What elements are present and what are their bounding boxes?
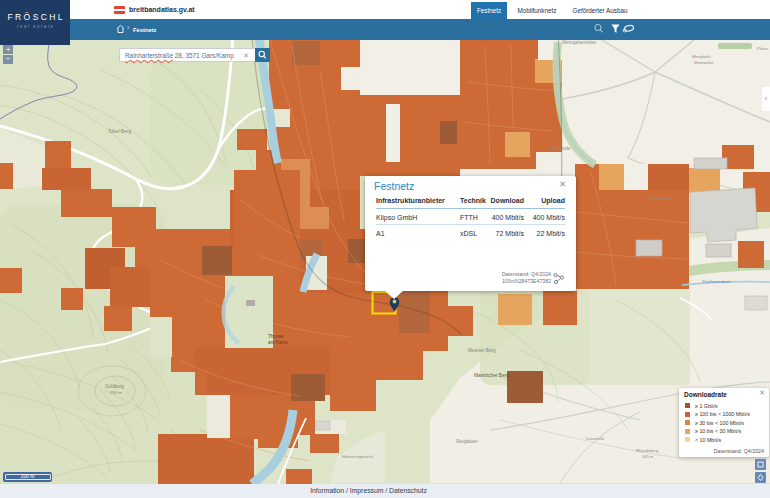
svg-text:Hohensngewicht: Hohensngewicht bbox=[342, 454, 374, 459]
svg-text:Gasweide: Gasweide bbox=[550, 146, 571, 151]
svg-text:Pleiss.: Pleiss. bbox=[757, 46, 769, 51]
svg-text:Thunau: Thunau bbox=[268, 334, 284, 339]
svg-text:Menghöhi: Menghöhi bbox=[692, 54, 710, 59]
svg-text:Mesnter Berg: Mesnter Berg bbox=[468, 348, 496, 353]
svg-text:Leisereith: Leisereith bbox=[586, 436, 605, 441]
svg-text:Weinäcker: Weinäcker bbox=[694, 60, 714, 65]
svg-text:Weingartenleiten: Weingartenleiten bbox=[562, 40, 597, 45]
svg-text:am Kamp: am Kamp bbox=[268, 340, 288, 345]
svg-text:390 m: 390 m bbox=[110, 390, 122, 395]
svg-text:Goldberg: Goldberg bbox=[105, 384, 124, 389]
svg-text:Frauenhofer: Frauenhofer bbox=[648, 196, 673, 201]
svg-text:Rhysdsberg: Rhysdsberg bbox=[636, 448, 659, 453]
svg-text:Thalhamerbach: Thalhamerbach bbox=[702, 279, 732, 284]
svg-text:Tobel-Berg: Tobel-Berg bbox=[108, 129, 132, 134]
svg-text:Maistricher Berg: Maistricher Berg bbox=[474, 373, 509, 378]
svg-text:Steigäcker: Steigäcker bbox=[456, 439, 478, 444]
svg-text:345 m: 345 m bbox=[642, 454, 654, 459]
